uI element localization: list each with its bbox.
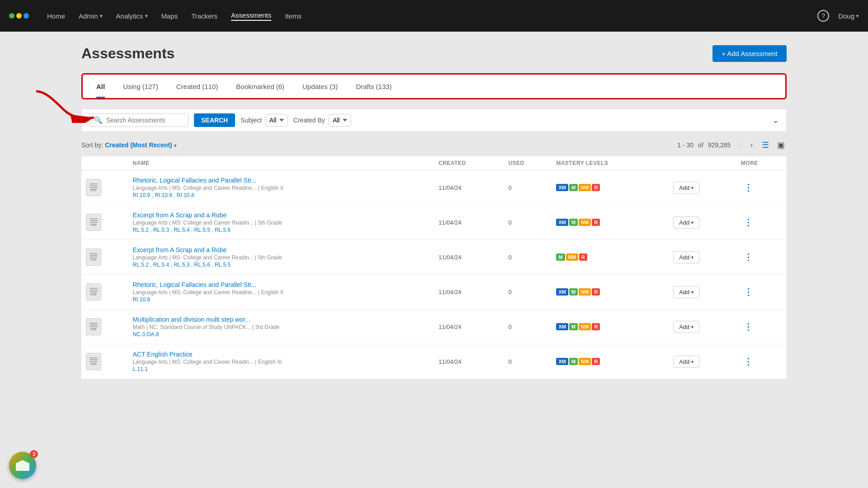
assessment-name[interactable]: ACT English Practice — [132, 351, 429, 358]
add-button[interactable]: Add ▾ — [673, 356, 699, 368]
more-options-button[interactable]: ⋮ — [741, 320, 755, 333]
bottom-widget[interactable]: 3 — [9, 452, 36, 479]
assessment-mastery: XMMNMR — [552, 205, 669, 240]
nav-assessments[interactable]: Assessments — [231, 11, 271, 21]
more-options-button[interactable]: ⋮ — [741, 251, 755, 263]
mastery-badge-nm: NM — [579, 288, 591, 296]
nav-admin[interactable]: Admin ▾ — [79, 12, 103, 20]
more-options-button[interactable]: ⋮ — [741, 181, 755, 194]
assessment-add-cell: Add ▾ — [669, 275, 736, 310]
created-by-label: Created By — [293, 117, 325, 124]
mastery-badge-nm: NM — [566, 253, 578, 261]
assessment-used: 0 — [504, 310, 552, 344]
add-button[interactable]: Add ▾ — [673, 216, 699, 229]
pagination-of: of — [698, 141, 703, 149]
assessment-standards[interactable]: RL.5.2 , RL.5.3 , RL.5.4 , RL.5.5 , RL.5… — [132, 227, 429, 233]
nav-items[interactable]: Items — [285, 12, 302, 20]
table-row: PDF Rhetoric, Logical Fallacies and Para… — [81, 275, 787, 310]
mastery-badge-r: R — [579, 253, 587, 261]
app-logo[interactable] — [9, 13, 29, 19]
widget-badge: 3 — [30, 450, 38, 458]
assessment-standards[interactable]: RL.5.2 , RL.5.4 , RL.5.3 , RL.5.6 , RL.5… — [132, 262, 429, 268]
table-row: PDF Multiplication and division multi st… — [81, 310, 787, 344]
mastery-badge-r: R — [592, 288, 600, 296]
assessment-standards[interactable]: NC.3.OA.8 — [132, 331, 429, 338]
col-used: USED — [504, 156, 552, 170]
created-by-filter: Created By All — [293, 114, 351, 127]
mastery-badge-m: M — [569, 184, 578, 191]
tab-created[interactable]: Created (110) — [176, 83, 218, 98]
analytics-dropdown-icon: ▾ — [145, 13, 148, 19]
add-button[interactable]: Add ▾ — [673, 286, 699, 298]
assessment-name[interactable]: Excerpt from A Scrap and a Robe — [132, 211, 429, 219]
assessment-add-cell: Add ▾ — [669, 310, 736, 344]
sort-chevron: ▾ — [174, 143, 177, 148]
search-bar: 🔍 SEARCH Subject All Created By All ⌄ — [81, 108, 787, 132]
add-button[interactable]: Add ▾ — [673, 182, 699, 194]
tab-drafts[interactable]: Drafts (133) — [356, 83, 392, 98]
add-button[interactable]: Add ▾ — [673, 251, 699, 263]
annotation-arrow — [27, 87, 99, 123]
tab-using[interactable]: Using (127) — [123, 83, 158, 98]
assessment-created: 11/04/24 — [434, 240, 504, 275]
mastery-badge-nm: NM — [579, 219, 591, 226]
nav-maps[interactable]: Maps — [161, 12, 178, 20]
created-by-select[interactable]: All — [329, 114, 351, 127]
tabs-panel-wrapper: All Using (127) Created (110) Bookmarked… — [81, 73, 787, 99]
grid-view-button[interactable]: ▣ — [775, 139, 787, 151]
assessment-mastery: XMMNMR — [552, 310, 669, 344]
assessment-used: 0 — [504, 344, 552, 379]
tab-updates[interactable]: Updates (3) — [302, 83, 338, 98]
assessment-name[interactable]: Rhetoric, Logical Fallacies and Parallel… — [132, 281, 429, 288]
more-options-button[interactable]: ⋮ — [741, 286, 755, 298]
list-view-button[interactable]: ☰ — [760, 139, 771, 151]
more-options-button[interactable]: ⋮ — [741, 355, 755, 368]
mastery-badge-xm: XM — [556, 358, 568, 365]
search-input[interactable] — [106, 117, 179, 124]
assessment-standards[interactable]: RI.10.9 , RI.10.8 , RI.10.4 — [132, 192, 429, 198]
search-button[interactable]: SEARCH — [194, 113, 235, 127]
assessment-meta: Language Arts | MS: College and Career R… — [132, 359, 429, 365]
mastery-badge-m: M — [569, 219, 578, 226]
logo-dot-yellow — [16, 13, 22, 19]
assessment-name[interactable]: Excerpt from A Scrap and a Robe — [132, 246, 429, 253]
assessment-meta: Language Arts | MS: College and Career R… — [132, 289, 429, 296]
nav-trackers[interactable]: Trackers — [191, 12, 217, 20]
user-dropdown-icon: ▾ — [856, 13, 859, 19]
admin-dropdown-icon: ▾ — [100, 13, 103, 19]
sort-value[interactable]: Created (Most Recent) — [105, 141, 172, 149]
assessment-name[interactable]: Rhetoric, Logical Fallacies and Parallel… — [132, 177, 429, 184]
mastery-badge-r: R — [592, 358, 600, 365]
user-menu[interactable]: Doug ▾ — [838, 12, 859, 20]
help-button[interactable]: ? — [817, 10, 829, 22]
nav-analytics[interactable]: Analytics ▾ — [116, 12, 148, 20]
pagination-prev[interactable]: ‹ — [735, 140, 743, 150]
assessment-standards[interactable]: L.11.1 — [132, 366, 429, 372]
assessment-used: 0 — [504, 275, 552, 310]
mastery-badge-nm: NM — [579, 358, 591, 365]
subject-select[interactable]: All — [265, 114, 288, 127]
mastery-badge-nm: NM — [579, 323, 591, 330]
subject-filter: Subject All — [241, 114, 288, 127]
col-add — [669, 156, 736, 170]
top-navigation: Home Admin ▾ Analytics ▾ Maps Trackers A… — [0, 0, 868, 32]
pagination-next[interactable]: › — [748, 140, 755, 150]
add-button[interactable]: Add ▾ — [673, 321, 699, 333]
more-options-button[interactable]: ⋮ — [741, 216, 755, 229]
mastery-badge-m: M — [556, 253, 565, 261]
topnav-right: ? Doug ▾ — [817, 10, 859, 22]
collapse-icon[interactable]: ⌄ — [772, 115, 779, 125]
add-assessment-button[interactable]: + Add Assessment — [712, 45, 787, 62]
nav-home[interactable]: Home — [47, 12, 65, 20]
mastery-badge-xm: XM — [556, 219, 568, 226]
mastery-badge-xm: XM — [556, 288, 568, 296]
assessment-mastery: MNMR — [552, 240, 669, 275]
assessment-standards[interactable]: RI.10.8 — [132, 296, 429, 303]
page-title: Assessments — [81, 45, 175, 62]
tab-bookmarked[interactable]: Bookmarked (6) — [236, 83, 284, 98]
widget-shape — [16, 460, 29, 471]
assessments-table: NAME CREATED USED MASTERY LEVELS MORE PD… — [81, 156, 787, 379]
doc-icon: PDF — [86, 214, 101, 231]
assessment-name[interactable]: Multiplication and division multi step w… — [132, 316, 429, 323]
mastery-badge-m: M — [569, 288, 578, 296]
